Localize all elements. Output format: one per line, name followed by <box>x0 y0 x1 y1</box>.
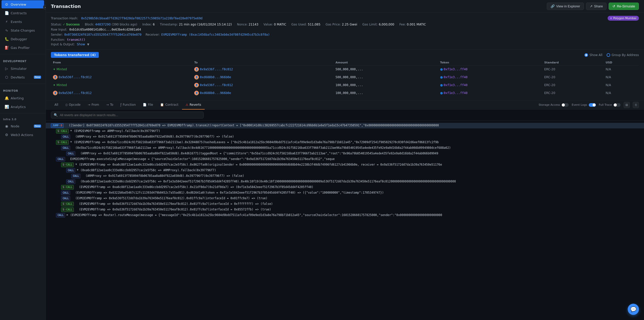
header-actions: 🔗 View in Explorer ↗ Share ↺ Re-Simulate <box>547 3 639 10</box>
tab-file[interactable]: 📄 File <box>139 100 157 110</box>
sidebar-item-events[interactable]: ⚡ Events <box>2 18 44 26</box>
trace-chevron[interactable]: ▼ <box>75 163 78 166</box>
trace-line[interactable]: S·CALL▼(EVM2EVMOfframp => 0x5ba71ccd924c… <box>46 140 644 145</box>
token-id-cell: 🔵0xf1e3...ff40 <box>438 65 542 73</box>
function-value: transmit() <box>67 38 85 42</box>
tx-hash-row: Transaction Hash: 0x5298b58cbbaa87fd3627… <box>51 16 639 21</box>
sidebar-item-contracts[interactable]: 📄 Contracts <box>2 9 44 17</box>
timestamp-label: Timestamp: <box>160 23 178 26</box>
trace-line[interactable]: CALL(ARMProxy => 0x917a6913f785094f8b067… <box>46 134 644 140</box>
re-simulate-label: Re-Simulate <box>617 4 635 8</box>
trace-text: (EVM2EVMOfframp => 0x6322b0ad5467c12fc11… <box>75 191 639 195</box>
trace-line[interactable]: S·CALL(EVM2EVMOfframp => 0x9a536f5172dd7… <box>46 207 644 212</box>
simulator-icon: ▷ <box>5 66 9 71</box>
trace-line[interactable]: CALL(EVM2EVMOfframp => 0x9a536f5172dd7da… <box>46 196 644 201</box>
tab-function[interactable]: ƒ Function <box>117 100 139 110</box>
re-simulate-button[interactable]: ↺ Re-Simulate <box>609 3 639 10</box>
token-id-cell: 🔵0xf1e3...ff40 <box>438 73 542 81</box>
show-all-radio[interactable]: Show All <box>584 53 603 57</box>
gas-price-label: Gas Price: <box>326 23 341 26</box>
full-trace-toggle[interactable] <box>613 103 621 107</box>
tab-opcode-label: Opcode <box>69 103 80 106</box>
sidebar-item-devnets[interactable]: ⬡ DevNets New <box>2 73 44 81</box>
show-all-label: Show All <box>590 53 603 57</box>
tab-file-label: File <box>148 103 153 106</box>
trace-chevron[interactable]: ▼ <box>70 140 73 144</box>
gas-limit-value: 6,000,000 <box>379 23 394 26</box>
share-button[interactable]: ↗ Share <box>586 3 607 10</box>
tab-contract[interactable]: 📋 Contract <box>157 100 182 110</box>
sidebar-item-gas-profiler[interactable]: ⛽ Gas Profiler <box>2 44 44 52</box>
from-icon: → <box>88 103 90 106</box>
sidebar-item-overview[interactable]: ⊙ Overview <box>2 0 44 8</box>
sidebar-item-alerting[interactable]: 🔔 Alerting <box>2 94 44 102</box>
io-chevron[interactable]: ▼ <box>87 43 89 46</box>
sidebar-item-simulator[interactable]: ▷ Simulator <box>2 64 44 73</box>
trace-line[interactable]: CALL(ARMProxy => 0x917a6913f785094f8b067… <box>46 151 644 156</box>
receiver-value[interactable]: EVM2EVMOfframp (0xac1456bafcc3403eb6e34f… <box>161 33 270 36</box>
trace-chevron[interactable]: ▼ <box>70 129 73 132</box>
event-logs-label: Event Logs <box>572 103 587 106</box>
index-label: Index: <box>142 23 152 26</box>
event-logs-toggle[interactable] <box>589 103 596 107</box>
token-amount-cell: 100,000,000,... <box>333 81 438 89</box>
sidebar-item-devnets-label: DevNets <box>11 75 25 79</box>
trace-line[interactable]: S·CALL▼(EVM2EVMOfframp => ARMProxy).fall… <box>46 128 644 134</box>
sidebar-item-analytics[interactable]: 📊 Analytics <box>2 103 44 111</box>
trace-text: ([Sender] 0x07360324f6107cd355295477ff52… <box>69 123 639 127</box>
copy-icon-btn[interactable]: ⎘ <box>633 102 639 108</box>
tab-all[interactable]: All <box>51 100 62 110</box>
io-show-button[interactable]: Show <box>77 43 85 46</box>
fee-label: Fee: <box>399 23 406 26</box>
state-changes-icon: ∿ <box>5 28 9 32</box>
tab-from-label: From <box>92 103 99 106</box>
trace-line[interactable]: S·CALL(EVM2EVMOfframp => 0x9a536f5172dd7… <box>46 201 644 207</box>
chat-button[interactable]: 💬 <box>628 304 639 315</box>
io-label: Input & Output: <box>51 43 75 46</box>
trace-line[interactable]: CALL▼(0xa6c88f12ae1aa9c333e86ccbdd2957ca… <box>46 168 644 173</box>
block-label: Block: <box>85 23 94 26</box>
trace-line[interactable]: S·CALL(EVM2EVMOfframp => 0xa6c88f12ae1aa… <box>46 184 644 190</box>
sidebar-item-state-changes[interactable]: ∿ State Changes <box>2 26 44 34</box>
sidebar-item-debugger[interactable]: 🐛 Debugger <box>2 35 44 43</box>
sender-value[interactable]: 0x07360324f6107cd355295477ff52041cd769e0… <box>64 33 141 36</box>
trace-line[interactable]: JUMP·D([Sender] 0x07360324f6107cd3552954… <box>46 123 644 128</box>
trace-chevron[interactable]: ▶ <box>67 213 69 217</box>
block-value[interactable]: 44837290 <box>95 23 111 26</box>
share-icon: ↗ <box>590 4 593 8</box>
trace-line[interactable]: CALL(0x5ba71ccd924c91f58216ba633f7966f3a… <box>46 145 644 151</box>
call-badge: S·CALL <box>56 129 69 134</box>
trace-area: All ⟨⟩ Opcode → From → To ƒ Function 📄 F… <box>46 100 644 320</box>
node-icon: ◉ <box>5 124 9 128</box>
storage-access-toggle[interactable] <box>562 103 569 107</box>
status-badge: ✓ Success <box>63 23 80 26</box>
tokens-title: Tokens transferred (4) <box>51 52 99 58</box>
call-badge: JUMP·D <box>51 123 64 128</box>
call-badge: S·CALL <box>61 163 74 167</box>
col-usd: USD <box>604 60 639 65</box>
col-standard: Standard <box>542 60 604 65</box>
tab-from[interactable]: → From <box>84 100 103 110</box>
tab-reverts[interactable]: ⚠ Reverts <box>182 100 205 110</box>
trace-line[interactable]: CALL(0xa6c88f12ae1aa9c333e86ccbdd2957cac… <box>46 179 644 184</box>
group-by-address-radio[interactable]: Group By Address <box>607 53 639 57</box>
trace-line[interactable]: CALL(ARMProxy => 0x917a6913f785094f8b067… <box>46 173 644 179</box>
tab-opcode[interactable]: ⟨⟩ Opcode <box>62 100 84 110</box>
token-from-cell: 👤0x9a536f....f8c012 <box>51 73 192 81</box>
expand-icon-btn[interactable]: ⊞ <box>624 102 630 108</box>
trace-chevron[interactable]: ▼ <box>77 168 79 172</box>
nonce-label: Nonce: <box>237 23 248 26</box>
trace-line[interactable]: CALL▶(EVM2EVMOfframp => Router).routeMes… <box>46 212 644 218</box>
sidebar-item-web3-actions[interactable]: ⚙ Web3 Actions <box>2 131 44 139</box>
tab-to-label: To <box>110 103 113 106</box>
tab-to[interactable]: → To <box>103 100 117 110</box>
trace-line[interactable]: CALL(EVM2EVMOfframp => 0x6322b0ad5467c12… <box>46 190 644 196</box>
status-value: Success <box>66 23 80 26</box>
search-input[interactable] <box>60 113 201 117</box>
sidebar-item-analytics-label: Analytics <box>11 105 26 109</box>
trace-line[interactable]: CALLEVM2EVMOfframp.executeSingleMessage(… <box>46 156 644 162</box>
trace-text: EVM2EVMOfframp.executeSingleMessage(mess… <box>70 157 639 161</box>
trace-line[interactable]: S·CALL▼(EVM2EVMOfframp => 0xa6c88f12ae1a… <box>46 162 644 168</box>
view-explorer-button[interactable]: 🔗 View in Explorer <box>547 3 584 10</box>
sidebar-item-node[interactable]: ◉ Node New <box>2 122 44 130</box>
